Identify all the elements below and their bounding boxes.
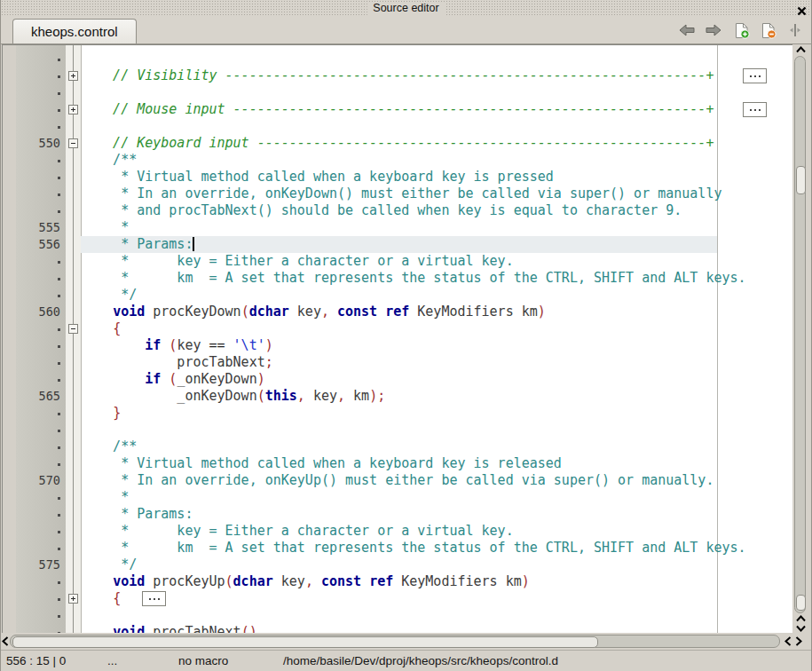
- next-file-button[interactable]: [704, 21, 723, 39]
- collapsed-code-box[interactable]: [142, 591, 166, 606]
- code-line[interactable]: [3, 118, 792, 135]
- fold-collapse-icon[interactable]: [68, 138, 78, 148]
- code-line[interactable]: 555 *: [3, 219, 792, 236]
- source-editor[interactable]: // Visibility --------------------------…: [2, 44, 792, 633]
- vertical-scroll-thumb[interactable]: [796, 166, 806, 194]
- code-line[interactable]: 575 */: [3, 557, 792, 573]
- code-line[interactable]: /**: [3, 438, 792, 455]
- fold-expand-icon[interactable]: [68, 594, 78, 604]
- close-file-button[interactable]: [759, 21, 778, 39]
- scroll-down-icon[interactable]: [795, 623, 807, 633]
- code-line[interactable]: */: [3, 287, 792, 304]
- code-line-text: * Params:: [81, 506, 193, 523]
- code-line-text: * In an override, onKeyUp() must either …: [81, 472, 713, 489]
- horizontal-scroll-track[interactable]: [10, 635, 780, 648]
- code-line[interactable]: 556 * Params:: [3, 236, 792, 253]
- code-line-text: * Params:: [81, 236, 194, 253]
- code-line[interactable]: 570 * In an override, onKeyUp() must eit…: [3, 472, 792, 489]
- tab-kheops-control[interactable]: kheops.control: [12, 19, 137, 43]
- gutter-dot: [58, 210, 60, 213]
- code-line[interactable]: 550 // Keyboard input ------------------…: [3, 135, 792, 152]
- code-line[interactable]: if (key == '\t'): [3, 337, 792, 354]
- code-line[interactable]: if (_onKeyDown): [3, 371, 792, 388]
- code-line[interactable]: procTabNext;: [3, 354, 792, 371]
- gutter-dot: [58, 75, 60, 78]
- gutter-line-number[interactable]: 550: [16, 135, 66, 152]
- code-line[interactable]: * km = A set that represents the status …: [3, 270, 792, 287]
- code-line-text: void procKeyUp(dchar key, const ref KeyM…: [81, 573, 530, 590]
- gutter-dot: [58, 160, 60, 162]
- gutter-dot: [58, 379, 60, 382]
- code-line[interactable]: * km = A set that represents the status …: [3, 540, 792, 557]
- scroll-left-secondary-icon[interactable]: [783, 635, 792, 647]
- gutter-dot: [58, 92, 60, 95]
- gutter-dot: [58, 598, 60, 601]
- scroll-left-icon[interactable]: [0, 635, 10, 647]
- code-line[interactable]: * key = Either a character or a virtual …: [3, 253, 792, 270]
- gutter-line-number[interactable]: 570: [16, 472, 66, 489]
- scroll-right-icon[interactable]: [793, 635, 803, 647]
- gutter-line-number[interactable]: 565: [16, 388, 66, 405]
- fold-expand-icon[interactable]: [68, 105, 78, 114]
- split-view-button[interactable]: [785, 21, 805, 39]
- gutter-dot: [58, 295, 60, 297]
- new-file-button[interactable]: [732, 21, 752, 39]
- code-line[interactable]: // Mouse input -------------------------…: [3, 101, 792, 118]
- code-line[interactable]: [3, 607, 792, 624]
- code-line[interactable]: *: [3, 489, 792, 506]
- vertical-scroll-track[interactable]: [794, 56, 806, 613]
- code-line[interactable]: void procKeyUp(dchar key, const ref KeyM…: [3, 573, 792, 590]
- scroll-up-secondary-icon[interactable]: [795, 613, 807, 623]
- code-line-text: void procKeyDown(dchar key, const ref Ke…: [81, 304, 546, 320]
- fold-collapse-icon[interactable]: [68, 324, 78, 334]
- code-line[interactable]: // Visibility --------------------------…: [3, 67, 792, 84]
- vertical-scrollbar[interactable]: [792, 44, 810, 633]
- code-line-text: {: [81, 320, 121, 337]
- collapsed-code-box[interactable]: [743, 102, 767, 117]
- code-line[interactable]: {: [3, 590, 792, 607]
- code-line-text: procTabNext;: [81, 354, 273, 371]
- code-line-text: if (key == '\t'): [81, 337, 273, 354]
- code-line[interactable]: * Virtual method called when a keyboard …: [3, 169, 792, 186]
- window-title: Source editor: [367, 2, 445, 15]
- horizontal-scrollbar[interactable]: [0, 633, 812, 650]
- code-line-text: * key = Either a character or a virtual …: [81, 523, 514, 540]
- horizontal-scroll-thumb[interactable]: [12, 636, 598, 648]
- code-line[interactable]: [3, 51, 792, 67]
- gutter-dot: [58, 345, 60, 348]
- code-line[interactable]: 560 void procKeyDown(dchar key, const re…: [3, 304, 792, 320]
- code-line-text: * Virtual method called when a keyboard …: [81, 169, 554, 186]
- code-line[interactable]: }: [3, 405, 792, 422]
- macro-status: no macro: [178, 651, 228, 671]
- gutter-dot: [58, 193, 60, 196]
- code-line-text: *: [81, 219, 129, 236]
- code-line[interactable]: * Virtual method called when a keyboard …: [3, 455, 792, 472]
- gutter-line-number[interactable]: 556: [16, 236, 66, 253]
- previous-file-button[interactable]: [677, 21, 697, 39]
- code-line[interactable]: /**: [3, 152, 792, 169]
- code-line[interactable]: * key = Either a character or a virtual …: [3, 523, 792, 540]
- arrow-left-icon: [678, 23, 696, 37]
- gutter-line-number[interactable]: 560: [16, 304, 66, 320]
- code-line[interactable]: {: [3, 320, 792, 337]
- text-cursor: [193, 237, 194, 251]
- code-line[interactable]: [3, 84, 792, 101]
- code-line[interactable]: * and procTabNext() should be called whe…: [3, 202, 792, 219]
- close-icon[interactable]: [797, 4, 807, 13]
- file-path: /home/basile/Dev/dproj/kheops/src/kheops…: [283, 651, 558, 671]
- code-line[interactable]: 565 _onKeyDown(this, key, km);: [3, 388, 792, 405]
- gutter-dot: [58, 126, 60, 129]
- collapsed-code-box[interactable]: [743, 68, 767, 83]
- gutter-dot: [58, 548, 60, 550]
- gutter-line-number[interactable]: 555: [16, 219, 66, 236]
- fold-expand-icon[interactable]: [68, 71, 78, 81]
- gutter-line-number[interactable]: 575: [16, 557, 66, 573]
- code-line[interactable]: void procTabNext(): [3, 624, 792, 633]
- vertical-scroll-end-cap[interactable]: [796, 595, 806, 611]
- code-line-text: // Keyboard input ----------------------…: [81, 135, 713, 152]
- code-line[interactable]: * Params:: [3, 506, 792, 523]
- scroll-up-icon[interactable]: [795, 44, 807, 54]
- code-line[interactable]: * In an override, onKeyDown() must eithe…: [3, 186, 792, 202]
- code-line-text: void procTabNext(): [81, 624, 257, 633]
- code-line[interactable]: [3, 422, 792, 438]
